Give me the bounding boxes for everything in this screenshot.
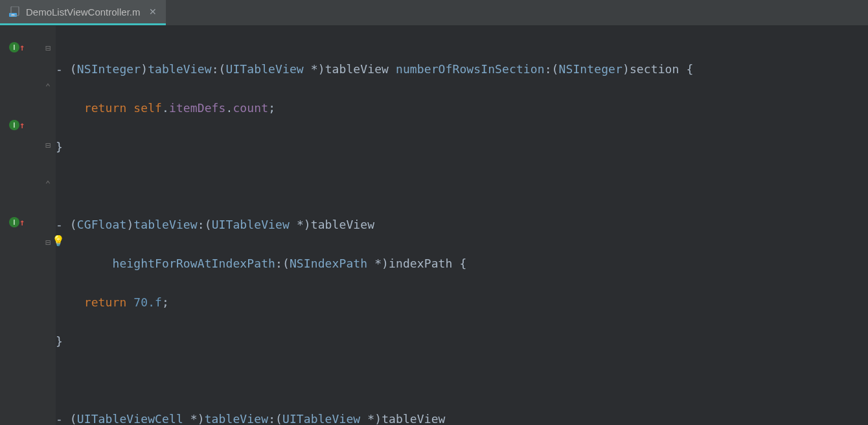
fold-toggle-icon[interactable]: ⊟: [43, 43, 53, 52]
fold-column[interactable]: ⊟ ⌃ ⊟ ⌃ ⊟ 💡: [40, 26, 56, 425]
code-editor[interactable]: I ↑ I ↑ I ↑ ⊟ ⌃ ⊟ ⌃ ⊟ 💡 - (NSInteger)tab…: [0, 26, 868, 425]
override-marker[interactable]: I ↑: [9, 217, 25, 227]
code-line[interactable]: return 70.f;: [56, 293, 868, 312]
code-line[interactable]: [56, 371, 868, 390]
override-icon: I: [9, 217, 19, 227]
override-marker[interactable]: I ↑: [9, 120, 25, 130]
code-line[interactable]: return self.itemDefs.count;: [56, 98, 868, 118]
tab-bar: m DemoListViewController.m ✕: [0, 0, 868, 26]
override-up-arrow-icon: ↑: [19, 120, 25, 130]
code-line[interactable]: - (CGFloat)tableView:(UITableView *)tabl…: [56, 215, 868, 235]
code-line[interactable]: - (NSInteger)tableView:(UITableView *)ta…: [56, 60, 868, 79]
tab-filename: DemoListViewController.m: [26, 6, 140, 17]
editor-gutter[interactable]: I ↑ I ↑ I ↑: [0, 26, 40, 425]
fold-end-icon: ⌃: [43, 179, 53, 189]
override-icon: I: [9, 120, 19, 130]
code-line[interactable]: }: [56, 332, 868, 351]
override-up-arrow-icon: ↑: [19, 217, 25, 227]
close-tab-icon[interactable]: ✕: [149, 6, 157, 17]
code-area[interactable]: - (NSInteger)tableView:(UITableView *)ta…: [56, 26, 868, 425]
editor-tab[interactable]: m DemoListViewController.m ✕: [0, 0, 166, 25]
code-line[interactable]: [56, 176, 868, 196]
override-marker[interactable]: I ↑: [9, 42, 25, 52]
fold-toggle-icon[interactable]: ⊟: [43, 141, 53, 150]
fold-end-icon: ⌃: [43, 82, 53, 91]
code-line[interactable]: }: [56, 137, 868, 157]
override-up-arrow-icon: ↑: [19, 42, 25, 52]
svg-text:m: m: [11, 13, 14, 17]
objective-c-file-icon: m: [9, 6, 21, 17]
code-line[interactable]: heightForRowAtIndexPath:(NSIndexPath *)i…: [56, 254, 868, 273]
override-icon: I: [9, 42, 19, 52]
code-line[interactable]: - (UITableViewCell *)tableView:(UITableV…: [56, 409, 868, 425]
